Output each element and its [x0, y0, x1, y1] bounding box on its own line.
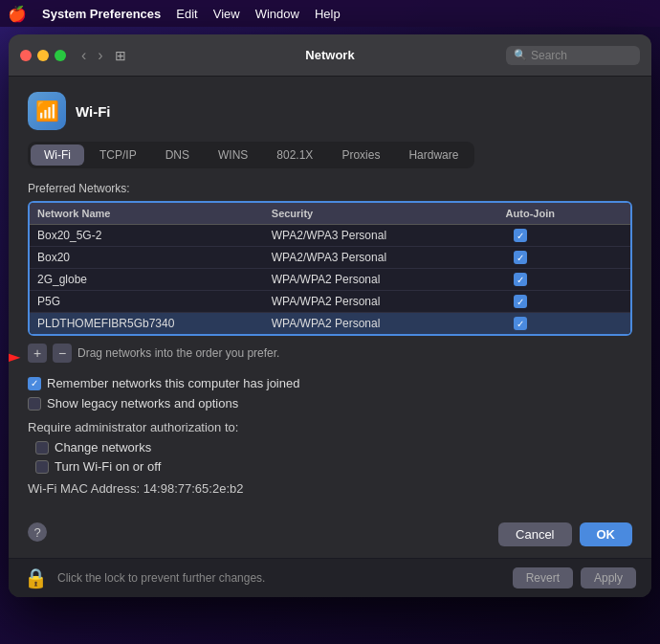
search-input[interactable]	[531, 49, 632, 62]
tab-proxies[interactable]: Proxies	[328, 144, 393, 166]
tab-wifi[interactable]: Wi-Fi	[31, 144, 84, 166]
menu-edit[interactable]: Edit	[176, 7, 197, 21]
minimize-button[interactable]	[37, 50, 49, 61]
network-name-3: 2G_globe	[37, 273, 272, 286]
autojoin-4[interactable]: ✓	[506, 295, 623, 308]
search-box[interactable]: 🔍	[506, 46, 640, 65]
change-networks-label: Change networks	[55, 440, 151, 455]
table-row[interactable]: Box20 WPA2/WPA3 Personal ✓	[30, 247, 630, 269]
tab-tcpip[interactable]: TCP/IP	[86, 144, 150, 166]
security-4: WPA/WPA2 Personal	[272, 295, 506, 308]
wifi-icon: 📶	[28, 92, 66, 130]
preferred-networks-label: Preferred Networks:	[28, 182, 632, 195]
autojoin-2[interactable]: ✓	[506, 251, 623, 264]
network-name-5: PLDTHOMEFIBR5Gb7340	[37, 317, 272, 330]
apply-button[interactable]: Apply	[581, 567, 636, 588]
show-legacy-label: Show legacy networks and options	[47, 396, 238, 411]
apple-menu[interactable]: 🍎	[8, 5, 27, 23]
status-text: Click the lock to prevent further change…	[57, 571, 503, 585]
wifi-title: Wi-Fi	[76, 103, 111, 120]
require-admin-title: Require administrator authorization to:	[28, 420, 632, 434]
table-row[interactable]: 2G_globe WPA/WPA2 Personal ✓	[30, 269, 630, 291]
table-row[interactable]: Box20_5G-2 WPA2/WPA3 Personal ✓	[30, 225, 630, 247]
menubar: 🍎 System Preferences Edit View Window He…	[0, 0, 660, 27]
table-body: Box20_5G-2 WPA2/WPA3 Personal ✓ Box20 WP…	[30, 225, 630, 334]
menu-help[interactable]: Help	[315, 7, 341, 21]
security-5: WPA/WPA2 Personal	[272, 317, 506, 330]
revert-button[interactable]: Revert	[513, 567, 573, 588]
titlebar: ‹ › ⊞ Network 🔍	[9, 34, 651, 77]
menu-window[interactable]: Window	[255, 7, 299, 21]
network-name-4: P5G	[37, 295, 272, 308]
mac-address-value: 14:98:77:65:2e:b2	[143, 481, 244, 496]
window-title: Network	[305, 48, 354, 62]
remove-network-button[interactable]: −	[53, 344, 72, 363]
turn-wifi-checkbox[interactable]	[35, 460, 49, 474]
forward-button[interactable]: ›	[94, 45, 106, 66]
dialog-buttons: ? Cancel OK	[9, 511, 651, 558]
security-1: WPA2/WPA3 Personal	[272, 229, 506, 242]
mac-address-row: Wi-Fi MAC Address: 14:98:77:65:2e:b2	[28, 481, 632, 496]
autojoin-5[interactable]: ✓	[506, 317, 623, 330]
remember-networks-row[interactable]: ✓ Remember networks this computer has jo…	[28, 376, 632, 390]
tab-8021x[interactable]: 802.1X	[263, 144, 326, 166]
arrow-indicator: ➤	[9, 343, 22, 372]
close-button[interactable]	[20, 50, 32, 61]
table-row[interactable]: PLDTHOMEFIBR5Gb7340 WPA/WPA2 Personal ✓	[30, 313, 630, 334]
remember-networks-label: Remember networks this computer has join…	[47, 376, 299, 390]
back-button[interactable]: ‹	[77, 45, 90, 66]
add-remove-row: + − Drag networks into the order you pre…	[28, 344, 632, 363]
remember-networks-checkbox[interactable]: ✓	[28, 377, 41, 390]
tab-dns[interactable]: DNS	[152, 144, 203, 166]
show-legacy-row[interactable]: Show legacy networks and options	[28, 396, 632, 411]
network-name-1: Box20_5G-2	[37, 229, 272, 242]
content-area: 📶 Wi-Fi Wi-Fi TCP/IP DNS WINS 802.1X Pro…	[9, 77, 651, 511]
table-row[interactable]: P5G WPA/WPA2 Personal ✓	[30, 291, 630, 313]
table-header: Network Name Security Auto-Join	[30, 203, 630, 225]
nav-buttons: ‹ ›	[77, 45, 107, 66]
lock-icon[interactable]: 🔒	[24, 566, 48, 589]
wifi-symbol: 📶	[35, 100, 59, 122]
traffic-lights	[20, 50, 66, 61]
add-network-button[interactable]: +	[28, 344, 47, 363]
change-networks-checkbox[interactable]	[35, 441, 49, 455]
security-3: WPA/WPA2 Personal	[272, 273, 506, 286]
turn-wifi-label: Turn Wi-Fi on or off	[55, 459, 161, 474]
col-network-name: Network Name	[37, 208, 272, 219]
search-icon: 🔍	[514, 49, 527, 61]
show-legacy-checkbox[interactable]	[28, 397, 41, 411]
ok-button[interactable]: OK	[580, 522, 633, 546]
drag-hint: Drag networks into the order you prefer.	[77, 346, 279, 360]
security-2: WPA2/WPA3 Personal	[272, 251, 506, 264]
cancel-button[interactable]: Cancel	[498, 522, 571, 546]
autojoin-1[interactable]: ✓	[506, 229, 623, 242]
require-admin-section: Require administrator authorization to: …	[28, 420, 632, 474]
wifi-header: 📶 Wi-Fi	[28, 92, 632, 130]
revert-apply-buttons: Revert Apply	[513, 567, 636, 588]
grid-icon: ⊞	[115, 48, 126, 63]
statusbar: 🔒 Click the lock to prevent further chan…	[9, 558, 651, 597]
network-name-2: Box20	[37, 251, 272, 264]
change-networks-row[interactable]: Change networks	[35, 440, 632, 455]
maximize-button[interactable]	[55, 50, 66, 61]
mac-address-label: Wi-Fi MAC Address:	[28, 481, 140, 496]
tab-wins[interactable]: WINS	[205, 144, 261, 166]
help-button[interactable]: ?	[28, 522, 47, 542]
window: ‹ › ⊞ Network 🔍 📶 Wi-Fi Wi-Fi TCP/IP DNS…	[9, 34, 651, 597]
table-wrapper: Network Name Security Auto-Join Box20_5G…	[28, 201, 632, 336]
tab-hardware[interactable]: Hardware	[395, 144, 472, 166]
menu-view[interactable]: View	[213, 7, 240, 21]
menu-system-preferences[interactable]: System Preferences	[42, 7, 161, 21]
tabs-bar: Wi-Fi TCP/IP DNS WINS 802.1X Proxies Har…	[28, 142, 474, 168]
turn-wifi-row[interactable]: Turn Wi-Fi on or off	[35, 459, 632, 474]
col-autojoin: Auto-Join	[506, 208, 623, 219]
networks-table: Network Name Security Auto-Join Box20_5G…	[28, 201, 632, 336]
col-security: Security	[272, 208, 506, 219]
autojoin-3[interactable]: ✓	[506, 273, 623, 286]
